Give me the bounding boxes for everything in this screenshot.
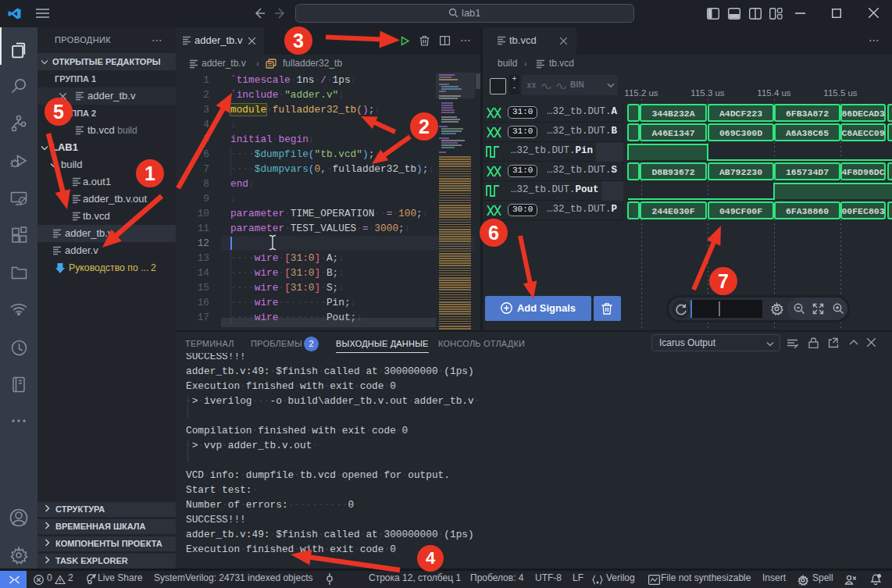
svg-text:00FEC803: 00FEC803: [841, 206, 884, 216]
svg-text:D8B93672: D8B93672: [651, 167, 694, 177]
svg-text:86DECAD3: 86DECAD3: [841, 109, 884, 119]
svg-text:AB792230: AB792230: [719, 167, 762, 177]
svg-text:244E030F: 244E030F: [651, 206, 694, 216]
svg-text:049CF00F: 049CF00F: [719, 206, 762, 216]
svg-text:A6A38C65: A6A38C65: [786, 128, 829, 138]
svg-text:6FB3A872: 6FB3A872: [786, 109, 829, 119]
svg-text:6FA38860: 6FA38860: [786, 206, 829, 216]
svg-text:C8AECC09: C8AECC09: [841, 128, 884, 138]
svg-text:344B232A: 344B232A: [651, 109, 694, 119]
svg-text:4F8D96DC: 4F8D96DC: [841, 167, 884, 177]
svg-text:A46E1347: A46E1347: [651, 128, 694, 138]
svg-text:069C300D: 069C300D: [719, 128, 762, 138]
svg-text:165734D7: 165734D7: [786, 167, 829, 177]
svg-text:A4DCF223: A4DCF223: [719, 109, 762, 119]
